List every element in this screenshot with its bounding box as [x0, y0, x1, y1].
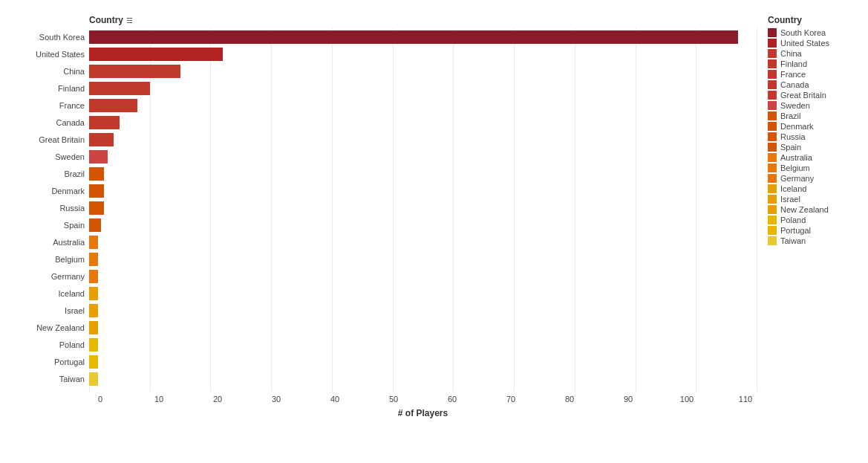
y-label: Denmark: [15, 182, 89, 199]
table-row: [89, 80, 757, 97]
y-label: Israel: [15, 302, 89, 319]
table-row: [89, 199, 757, 216]
bar[interactable]: [89, 184, 104, 198]
legend-label: China: [780, 49, 802, 58]
bar[interactable]: [89, 167, 104, 181]
x-tick-label: 60: [441, 395, 463, 404]
bar[interactable]: [89, 30, 738, 44]
x-tick-label: 110: [734, 395, 757, 404]
legend-item: Great Britain: [768, 91, 861, 100]
table-row: [89, 165, 757, 182]
bars-section: South KoreaUnited StatesChinaFinlandFran…: [15, 28, 757, 392]
legend-label: Spain: [780, 143, 801, 152]
legend-label: Germany: [780, 174, 814, 183]
x-tick-label: 80: [558, 395, 581, 404]
legend-color-box: [768, 122, 777, 131]
filter-icon[interactable]: ☰: [126, 16, 133, 25]
table-row: [89, 336, 757, 353]
bar[interactable]: [89, 253, 98, 266]
x-tick-label: 30: [265, 395, 287, 404]
legend-item: France: [768, 70, 861, 79]
legend-item: Israel: [768, 195, 861, 204]
legend-label: Israel: [780, 195, 800, 204]
y-label: Sweden: [15, 148, 89, 165]
y-label: United States: [15, 45, 89, 62]
bars-and-grid: [89, 28, 757, 392]
legend-item: South Korea: [768, 28, 861, 37]
legend-items: South KoreaUnited StatesChinaFinlandFran…: [768, 28, 861, 245]
bar[interactable]: [89, 338, 98, 352]
bar[interactable]: [89, 372, 98, 386]
table-row: [89, 285, 757, 302]
legend-color-box: [768, 184, 777, 193]
legend-color-box: [768, 49, 777, 58]
x-tick-label: 0: [89, 395, 111, 404]
bar[interactable]: [89, 65, 180, 78]
table-row: [89, 268, 757, 285]
bar[interactable]: [89, 82, 150, 95]
bar[interactable]: [89, 150, 108, 163]
table-row: [89, 370, 757, 387]
legend-color-box: [768, 70, 777, 79]
legend-color-box: [768, 153, 777, 162]
x-tick-label: 90: [617, 395, 639, 404]
x-axis-title: # of Players: [89, 408, 757, 418]
x-tick-labels: 0102030405060708090100110: [89, 392, 757, 404]
table-row: [89, 233, 757, 250]
y-label: Taiwan: [15, 370, 89, 387]
table-row: [89, 302, 757, 319]
legend-label: Russia: [780, 132, 806, 141]
legend-color-box: [768, 163, 777, 172]
y-label: Great Britain: [15, 131, 89, 148]
legend-color-box: [768, 91, 777, 100]
bar[interactable]: [89, 133, 114, 146]
bar[interactable]: [89, 287, 98, 300]
legend-item: Denmark: [768, 122, 861, 131]
legend-label: Portugal: [780, 226, 811, 235]
legend-label: United States: [780, 39, 829, 48]
legend-label: Poland: [780, 216, 806, 224]
y-labels: South KoreaUnited StatesChinaFinlandFran…: [15, 28, 89, 392]
bar-rows: [89, 28, 757, 392]
legend-color-box: [768, 39, 777, 48]
bar[interactable]: [89, 48, 223, 61]
y-label: Australia: [15, 233, 89, 250]
y-label: Belgium: [15, 250, 89, 268]
bar[interactable]: [89, 270, 98, 283]
legend-label: Australia: [780, 153, 812, 162]
legend-item: Australia: [768, 153, 861, 162]
y-label: Portugal: [15, 353, 89, 370]
legend-label: New Zealand: [780, 205, 829, 214]
legend-color-box: [768, 143, 777, 152]
legend-color-box: [768, 111, 777, 120]
bar[interactable]: [89, 236, 98, 249]
bar[interactable]: [89, 99, 137, 112]
x-tick-label: 10: [148, 395, 170, 404]
legend-label: Taiwan: [780, 236, 806, 245]
x-tick-label: 50: [382, 395, 405, 404]
bar[interactable]: [89, 355, 98, 369]
chart-title: Country: [89, 15, 123, 25]
y-label: Finland: [15, 80, 89, 97]
table-row: [89, 353, 757, 370]
legend-item: United States: [768, 39, 861, 48]
bar[interactable]: [89, 218, 101, 232]
legend-label: Sweden: [780, 101, 810, 110]
table-row: [89, 28, 757, 45]
legend-item: Spain: [768, 143, 861, 152]
legend-color-box: [768, 59, 777, 68]
table-row: [89, 250, 757, 268]
bar[interactable]: [89, 201, 104, 215]
bar[interactable]: [89, 304, 98, 317]
bar[interactable]: [89, 321, 98, 334]
bar[interactable]: [89, 116, 120, 129]
table-row: [89, 62, 757, 80]
legend: Country South KoreaUnited StatesChinaFin…: [757, 15, 861, 418]
y-label: Iceland: [15, 285, 89, 302]
legend-label: South Korea: [780, 28, 826, 37]
legend-color-box: [768, 174, 777, 183]
legend-label: Brazil: [780, 111, 801, 120]
legend-item: China: [768, 49, 861, 58]
x-tick-label: 100: [676, 395, 698, 404]
legend-label: Great Britain: [780, 91, 826, 100]
